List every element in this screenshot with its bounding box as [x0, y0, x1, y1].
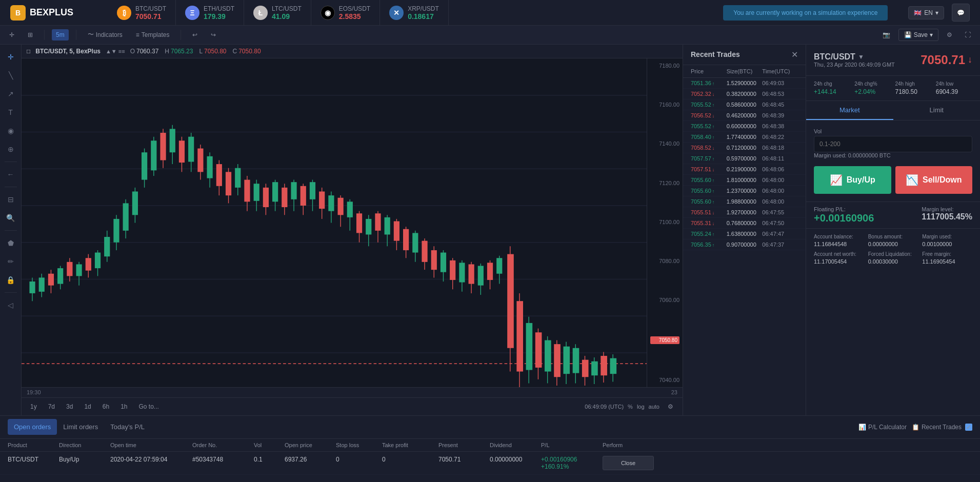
- ticker-bar: ₿ BTC/USDT 7050.71 Ξ ETH/USDT 179.39 Ł L…: [108, 0, 713, 26]
- cell-present: 7050.71: [438, 456, 490, 470]
- sidebar-divider-1: [5, 162, 17, 162]
- header-right: 🇬🇧 EN ▾ 💬: [898, 4, 980, 22]
- ticker-btc[interactable]: ₿ BTC/USDT 7050.71: [108, 0, 176, 26]
- tab-limit[interactable]: Limit: [893, 101, 981, 120]
- chat-button[interactable]: 💬: [952, 4, 970, 22]
- save-button[interactable]: 💾 Save ▾: [898, 29, 938, 41]
- xrp-icon: ✕: [389, 6, 404, 20]
- stat-24h-chg: 24h chg +144.14: [814, 81, 850, 95]
- trade-price: 7055.31↓: [691, 220, 727, 226]
- orders-tab-today-pl[interactable]: Today's P/L: [104, 419, 151, 435]
- ticker-eth[interactable]: Ξ ETH/USDT 179.39: [176, 0, 244, 26]
- svg-rect-16: [57, 268, 63, 284]
- cursor-tool[interactable]: ✛: [3, 49, 19, 65]
- crosshair-tool[interactable]: ✛: [5, 29, 18, 41]
- table-row: BTC/USDT Buy/Up 2020-04-22 07:59:04 #503…: [0, 452, 980, 475]
- trade-size: 1.92700000: [727, 209, 763, 215]
- svg-rect-46: [197, 148, 203, 172]
- orders-tab-open[interactable]: Open orders: [8, 419, 57, 435]
- ticker-ltc[interactable]: Ł LTC/USDT 41.09: [244, 0, 311, 26]
- text-tool[interactable]: T: [3, 104, 19, 120]
- net-worth-value: 11.17005454: [814, 258, 864, 265]
- fib-tool[interactable]: ⊕: [3, 141, 19, 157]
- lock-tool[interactable]: 🔒: [3, 272, 19, 288]
- chat-icon: 💬: [957, 9, 965, 16]
- draw-line-tool[interactable]: ╲: [3, 67, 19, 84]
- trades-checkbox: ✓: [965, 424, 972, 431]
- pair-dropdown-icon[interactable]: ▼: [858, 53, 864, 61]
- candle-type-button[interactable]: ⊞: [24, 29, 37, 41]
- settings-button[interactable]: ⚙: [943, 29, 956, 41]
- ticker-xrp[interactable]: ✕ XRP/USDT 0.18617: [380, 0, 449, 26]
- free-margin-item: Free margin: 11.16905454: [922, 251, 972, 265]
- x-axis: 19:30 23: [22, 387, 683, 397]
- chart-auto-toggle[interactable]: auto: [649, 404, 659, 410]
- trade-size: 0.90700000: [727, 242, 763, 248]
- draw-arrow-tool[interactable]: ↗: [3, 86, 19, 102]
- logo-icon: B: [10, 5, 26, 21]
- chart-percent-toggle[interactable]: %: [628, 404, 633, 410]
- cell-stop-loss: 0: [336, 456, 382, 470]
- simulation-banner: You are currently working on a simulatio…: [723, 5, 888, 21]
- list-item: 7055.60↑ 1.98800000 06:48:00: [683, 196, 806, 207]
- chart-settings-bottom[interactable]: ⚙: [664, 401, 677, 412]
- panel-close-button[interactable]: ✕: [791, 50, 798, 59]
- tf-1d[interactable]: 1d: [81, 401, 94, 412]
- margin-used-info: Margin used: 0.00000000 BTC: [814, 152, 972, 158]
- tf-goto[interactable]: Go to...: [135, 401, 162, 412]
- balance-value: 11.16844548: [814, 241, 864, 247]
- undo-button[interactable]: ↩: [188, 29, 202, 41]
- orders-tab-limit[interactable]: Limit orders: [57, 419, 104, 435]
- redo-button[interactable]: ↪: [207, 29, 220, 41]
- bookmark-tool[interactable]: ⬟: [3, 235, 19, 251]
- tf-1y[interactable]: 1y: [27, 401, 41, 412]
- zoom-tool[interactable]: 🔍: [3, 210, 19, 226]
- svg-rect-60: [263, 188, 269, 207]
- chart-canvas[interactable]: ☁ Chart by TradingView 7180.00 7160.00 7…: [22, 58, 683, 387]
- svg-rect-30: [123, 203, 129, 230]
- chart-log-toggle[interactable]: log: [637, 404, 645, 410]
- ticker-eos[interactable]: ◉ EOS/USDT 2.5835: [311, 0, 380, 26]
- tf-3d[interactable]: 3d: [63, 401, 76, 412]
- timeframe-5m-button[interactable]: 5m: [52, 29, 69, 41]
- forced-liq-item: Forced Liquidation: 0.00030000: [868, 251, 918, 265]
- trades-icon: 📋: [912, 424, 919, 431]
- free-margin-value: 11.16905454: [922, 258, 972, 265]
- svg-rect-20: [76, 264, 82, 276]
- shapes-tool[interactable]: ◉: [3, 123, 19, 139]
- screenshot-button[interactable]: 📷: [878, 29, 894, 41]
- tf-1h[interactable]: 1h: [117, 401, 131, 412]
- svg-rect-12: [39, 277, 45, 291]
- lang-button[interactable]: 🇬🇧 EN ▾: [908, 6, 944, 19]
- chart-bottom-right: 06:49:09 (UTC) % log auto ⚙: [585, 401, 677, 412]
- trade-time: 06:48:06: [762, 166, 798, 172]
- tf-6h[interactable]: 6h: [99, 401, 113, 412]
- indicators-button[interactable]: 〜 Indicators: [84, 28, 127, 41]
- close-order-button[interactable]: Close: [603, 456, 654, 470]
- svg-rect-62: [272, 182, 278, 202]
- vol-input[interactable]: [814, 136, 972, 152]
- eos-price: 2.5835: [339, 12, 370, 21]
- xrp-info: XRP/USDT 0.18617: [408, 5, 439, 21]
- x-label-1930: 19:30: [27, 389, 41, 395]
- templates-button[interactable]: ≡ Templates: [132, 29, 174, 41]
- margin-used-value: 0.00100000: [922, 241, 972, 247]
- back-tool[interactable]: ←: [3, 166, 19, 183]
- fullscreen-button[interactable]: ⛶: [961, 29, 975, 41]
- tab-market[interactable]: Market: [806, 101, 893, 120]
- pl-calculator-button[interactable]: 📊 P/L Calculator: [858, 424, 907, 431]
- sidebar-toggle[interactable]: ◁: [3, 297, 19, 313]
- measure-tool[interactable]: ⊟: [3, 191, 19, 208]
- pen-tool[interactable]: ✏: [3, 253, 19, 270]
- svg-rect-122: [582, 359, 589, 377]
- buy-button[interactable]: 📈 Buy/Up: [814, 166, 891, 194]
- template-icon: ≡: [136, 31, 139, 38]
- tf-7d[interactable]: 7d: [45, 401, 58, 412]
- sell-button[interactable]: 📉 Sell/Down: [895, 166, 973, 194]
- recent-trades-toggle-button[interactable]: 📋 Recent Trades ✓: [912, 424, 972, 431]
- chart-controls: ▲▼ ≡≡: [106, 48, 125, 54]
- col-perform: Perform: [603, 442, 654, 448]
- trade-time: 06:48:00: [762, 198, 798, 205]
- toolbar-divider-3: [181, 30, 181, 40]
- margin-level-section: Margin level: 1117005.45%: [922, 206, 972, 224]
